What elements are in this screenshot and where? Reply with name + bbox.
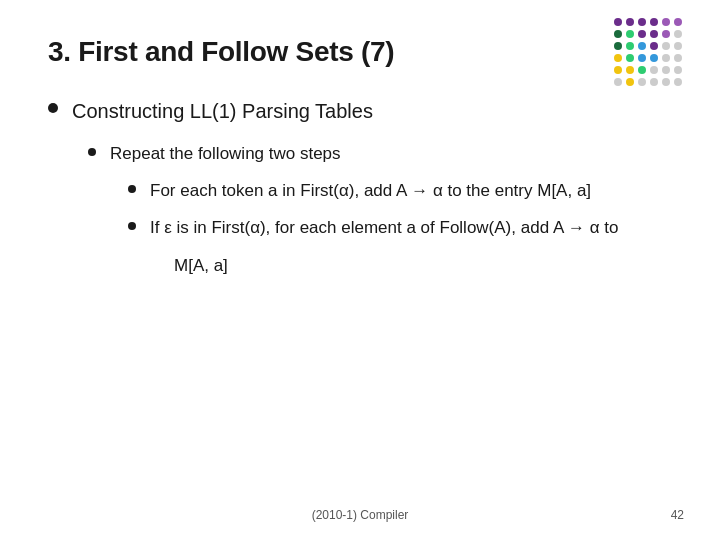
bullet-dot-l2-2 (128, 222, 136, 230)
bullet-dot-l1 (48, 103, 58, 113)
page-number: 42 (671, 508, 684, 522)
level1-bullet: Constructing LL(1) Parsing Tables (48, 96, 672, 126)
level2-item-2-text: If ε is in First(α), for each element a … (150, 214, 618, 241)
level2-item-2-bullet: If ε is in First(α), for each element a … (128, 214, 672, 241)
level2-item-2-continuation: M[A, a] (152, 252, 672, 279)
level2-header-bullet: Repeat the following two steps (88, 140, 672, 167)
footer-text: (2010-1) Compiler (0, 508, 720, 522)
slide-title: 3. First and Follow Sets (7) (48, 36, 672, 68)
dot-grid-decoration (614, 18, 684, 88)
level2-item-1-text: For each token a in First(α), add A → α … (150, 177, 591, 204)
slide: 3. First and Follow Sets (7) Constructin… (0, 0, 720, 540)
level2-item-1-bullet: For each token a in First(α), add A → α … (128, 177, 672, 204)
level2-header-text: Repeat the following two steps (110, 140, 341, 167)
level1-text: Constructing LL(1) Parsing Tables (72, 96, 373, 126)
bullet-dot-l2-1 (128, 185, 136, 193)
bullet-dot-l2-header (88, 148, 96, 156)
